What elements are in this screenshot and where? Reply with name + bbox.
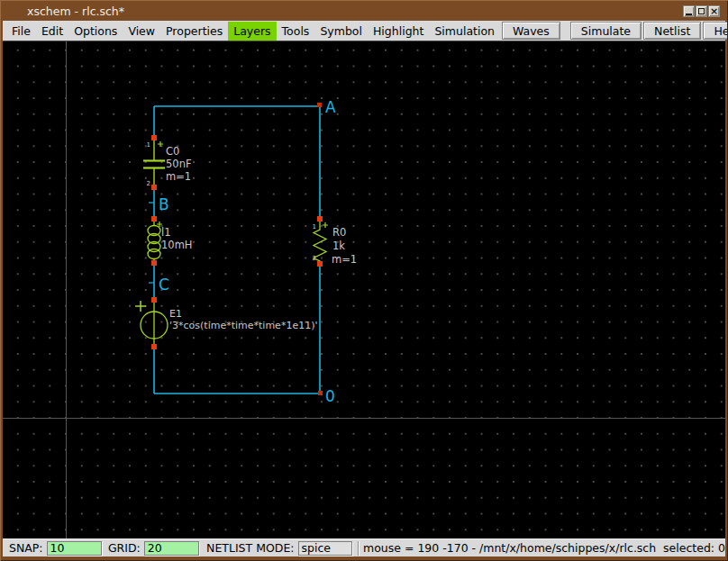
- cap-plus-icon: [158, 141, 163, 147]
- status-bar: SNAP: 10 GRID: 20 NETLIST MODE: spice mo…: [3, 538, 725, 556]
- cap-pin-2[interactable]: [151, 185, 157, 190]
- src-value: '3*cos(time*time*time*1e11)': [169, 320, 317, 331]
- ind-pin-1[interactable]: [151, 216, 157, 222]
- close-icon: ×: [710, 6, 718, 16]
- menu-view[interactable]: View: [123, 22, 160, 41]
- menu-simulation[interactable]: Simulation: [429, 22, 500, 41]
- menu-bar: File Edit Options View Properties Layers…: [3, 21, 725, 41]
- res-plus-icon: [323, 222, 328, 228]
- menu-properties[interactable]: Properties: [160, 22, 228, 41]
- close-button[interactable]: ×: [708, 5, 720, 17]
- ind-pin-2[interactable]: [151, 260, 157, 266]
- waves-button[interactable]: Waves: [502, 22, 560, 40]
- ind-loop-4: [148, 249, 160, 259]
- cap-pin-1[interactable]: [151, 135, 157, 140]
- help-button[interactable]: Help: [703, 22, 728, 40]
- res-pin2-number: 2: [313, 255, 316, 262]
- src-plus-icon: [135, 301, 146, 312]
- ind-value: 10mH: [161, 239, 192, 251]
- src-refdes: E1: [169, 308, 182, 320]
- rlc-circuit-drawing: 1 2 C0 50nF m=1 l1: [3, 41, 725, 538]
- title-bar[interactable]: xschem - rlc.sch* ×: [3, 2, 725, 21]
- ind-refdes: l1: [161, 226, 171, 239]
- cap-refdes: C0: [166, 145, 179, 158]
- statusbar-separator: [358, 541, 359, 556]
- snap-label: SNAP:: [9, 541, 43, 555]
- mouse-status-text: mouse = 190 -170 - /mnt/x/home/schippes/…: [363, 541, 725, 555]
- cap-pin2-number: 2: [147, 180, 150, 187]
- res-refdes: R0: [332, 226, 346, 239]
- resistor-r0[interactable]: 1 2 R0 1k m=1: [313, 216, 358, 267]
- net-labels: A B C 0: [159, 98, 336, 405]
- source-e1[interactable]: E1 '3*cos(time*time*time*1e11)': [135, 297, 317, 349]
- maximize-icon: [698, 8, 705, 14]
- xschem-window: xschem - rlc.sch* × File Edit Options Vi…: [0, 0, 728, 561]
- netlabel-b[interactable]: B: [159, 195, 169, 213]
- capacitor-c0[interactable]: 1 2 C0 50nF m=1: [143, 135, 192, 190]
- menu-tools[interactable]: Tools: [277, 22, 315, 41]
- menu-edit[interactable]: Edit: [36, 22, 68, 41]
- menu-highlight[interactable]: Highlight: [368, 22, 429, 41]
- minimize-button[interactable]: [683, 5, 695, 17]
- res-multiplier: m=1: [332, 253, 357, 266]
- src-pin-2[interactable]: [151, 344, 157, 349]
- schematic-canvas[interactable]: 1 2 C0 50nF m=1 l1: [3, 41, 725, 538]
- src-pin-1[interactable]: [151, 297, 157, 303]
- cap-pin1-number: 1: [147, 141, 150, 149]
- inductor-l1[interactable]: l1 10mH: [148, 216, 192, 266]
- menu-layers[interactable]: Layers: [228, 22, 276, 41]
- grid-input[interactable]: 20: [144, 541, 199, 556]
- grid-label: GRID:: [108, 541, 141, 555]
- res-pin-1[interactable]: [317, 216, 323, 222]
- snap-value: 10: [50, 541, 65, 555]
- menu-symbol[interactable]: Symbol: [314, 22, 368, 41]
- res-pin1-number: 1: [313, 223, 316, 231]
- menu-file[interactable]: File: [6, 22, 36, 41]
- res-value: 1k: [332, 240, 345, 252]
- netlabel-0[interactable]: 0: [325, 387, 335, 405]
- snap-input[interactable]: 10: [47, 541, 102, 556]
- netlabel-0-pin[interactable]: [318, 391, 323, 395]
- window-title: xschem - rlc.sch*: [27, 5, 124, 18]
- netlist-mode-input[interactable]: spice: [298, 541, 353, 556]
- res-pin-2[interactable]: [317, 261, 323, 267]
- cap-multiplier: m=1: [166, 170, 191, 183]
- netlist-button[interactable]: Netlist: [643, 22, 701, 40]
- grid-value: 20: [148, 541, 162, 555]
- netlabel-a[interactable]: A: [325, 98, 336, 116]
- netlist-mode-label: NETLIST MODE:: [206, 541, 294, 555]
- minimize-icon: [686, 14, 692, 15]
- menu-options[interactable]: Options: [68, 22, 123, 41]
- simulate-button[interactable]: Simulate: [570, 22, 642, 40]
- toolbar-buttons: Waves Simulate Netlist Help: [500, 22, 728, 40]
- netlabel-a-pin[interactable]: [317, 103, 322, 107]
- cap-value: 50nF: [166, 158, 192, 170]
- netlist-mode-value: spice: [302, 541, 331, 555]
- netlabel-c[interactable]: C: [159, 276, 169, 294]
- maximize-button[interactable]: [696, 5, 707, 17]
